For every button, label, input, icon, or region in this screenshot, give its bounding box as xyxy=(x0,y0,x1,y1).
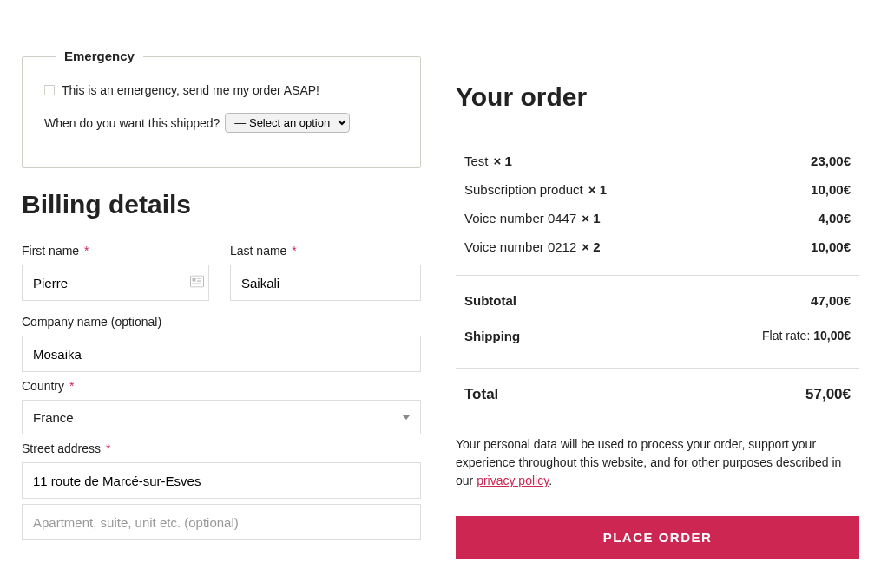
privacy-policy-link[interactable]: privacy policy xyxy=(477,474,549,487)
chevron-down-icon xyxy=(403,415,410,420)
last-name-input[interactable] xyxy=(230,265,421,301)
country-label: Country xyxy=(22,379,64,393)
item-name: Subscription product xyxy=(464,182,583,197)
order-line: Voice number 0212× 2 10,00€ xyxy=(464,232,851,261)
item-name: Voice number 0212 xyxy=(464,239,576,254)
svg-rect-4 xyxy=(193,284,202,284)
item-price: 23,00€ xyxy=(811,154,851,168)
shipping-label: Shipping xyxy=(464,329,520,343)
order-line: Voice number 0447× 1 4,00€ xyxy=(464,204,851,232)
order-line: Subscription product× 1 10,00€ xyxy=(464,175,851,204)
emergency-legend: Emergency xyxy=(56,49,143,63)
divider xyxy=(456,368,859,369)
street-input[interactable] xyxy=(22,462,421,499)
place-order-button[interactable]: PLACE ORDER xyxy=(456,516,859,559)
svg-rect-3 xyxy=(197,281,201,282)
item-qty: × 1 xyxy=(582,211,600,225)
required-mark: * xyxy=(292,244,296,258)
divider xyxy=(456,275,859,276)
emergency-checkbox[interactable] xyxy=(44,85,55,95)
first-name-input[interactable] xyxy=(22,265,209,301)
subtotal-value: 47,00€ xyxy=(811,293,851,308)
svg-rect-2 xyxy=(197,278,201,279)
ship-question-label: When do you want this shipped? xyxy=(44,116,220,130)
item-price: 10,00€ xyxy=(811,182,851,197)
item-qty: × 1 xyxy=(494,154,512,168)
country-select[interactable]: France xyxy=(22,400,421,434)
emergency-checkbox-label: This is an emergency, send me my order A… xyxy=(62,83,319,97)
billing-heading: Billing details xyxy=(22,190,421,219)
item-qty: × 2 xyxy=(582,239,600,254)
item-name: Voice number 0447 xyxy=(464,211,576,225)
ship-date-select[interactable]: — Select an option xyxy=(225,113,350,133)
country-value: France xyxy=(33,410,74,425)
order-heading: Your order xyxy=(456,82,859,112)
contact-card-icon xyxy=(190,276,204,291)
required-mark: * xyxy=(84,244,89,258)
privacy-disclaimer: Your personal data will be used to proce… xyxy=(456,435,859,490)
first-name-label: First name xyxy=(22,244,79,258)
shipping-rate: Flat rate: 10,00€ xyxy=(762,329,851,343)
svg-rect-1 xyxy=(193,278,196,282)
subtotal-label: Subtotal xyxy=(464,293,516,308)
required-mark: * xyxy=(106,441,110,455)
item-price: 10,00€ xyxy=(811,239,851,254)
total-value: 57,00€ xyxy=(805,386,851,403)
emergency-checkbox-row[interactable]: This is an emergency, send me my order A… xyxy=(44,83,398,97)
last-name-label: Last name xyxy=(230,244,286,258)
order-line: Test× 1 23,00€ xyxy=(464,147,851,175)
company-input[interactable] xyxy=(22,336,421,372)
company-label: Company name (optional) xyxy=(22,315,161,329)
item-name: Test xyxy=(464,154,489,168)
required-mark: * xyxy=(69,379,74,393)
emergency-fieldset: Emergency This is an emergency, send me … xyxy=(22,56,421,168)
item-price: 4,00€ xyxy=(818,211,851,225)
street-label: Street address xyxy=(22,441,101,455)
item-qty: × 1 xyxy=(588,182,607,197)
total-label: Total xyxy=(464,386,498,403)
apartment-input[interactable] xyxy=(22,504,421,540)
